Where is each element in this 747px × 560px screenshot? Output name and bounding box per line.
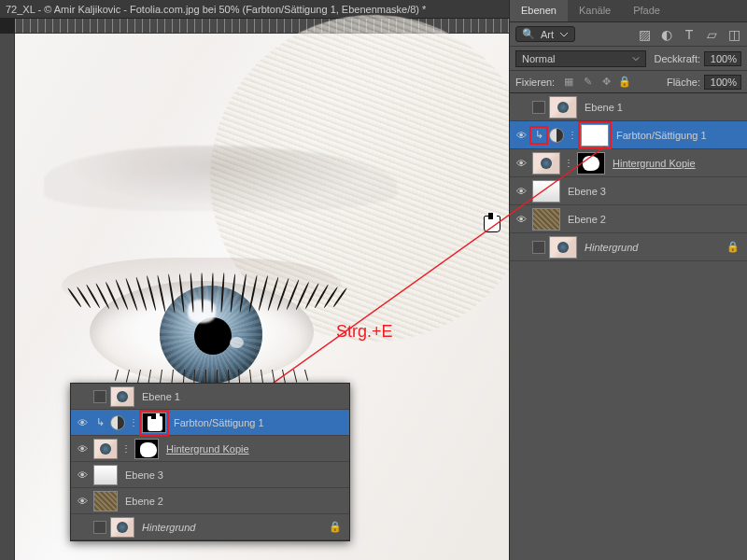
filter-shape-icon[interactable]: ▱	[704, 27, 719, 42]
visibility-toggle[interactable]: 👁	[514, 128, 529, 143]
layer-checkbox[interactable]	[532, 101, 545, 114]
opacity-input[interactable]: 100%	[704, 51, 741, 66]
layer-mask-thumbnail[interactable]	[134, 439, 159, 459]
cursor-icon	[484, 216, 500, 232]
layer-name[interactable]: Ebene 3	[121, 469, 345, 481]
layer-row[interactable]: 👁 ⋮ Hintergrund Kopie	[510, 149, 747, 177]
layer-thumbnail[interactable]	[532, 208, 560, 231]
adjustment-icon	[549, 128, 564, 143]
layer-mask-thumbnail[interactable]	[577, 152, 605, 175]
layer-name[interactable]: Hintergrund	[138, 522, 325, 533]
visibility-toggle[interactable]: 👁	[514, 156, 529, 171]
filter-pixel-icon[interactable]: ▨	[637, 27, 652, 42]
lock-icon: 🔒	[329, 521, 342, 533]
layer-name[interactable]: Ebene 2	[121, 496, 345, 507]
layer-name[interactable]: Hintergrund Kopie	[162, 443, 345, 455]
layer-name[interactable]: Hintergrund Kopie	[609, 158, 743, 169]
tab-layers[interactable]: Ebenen	[510, 0, 568, 21]
layer-name[interactable]: Hintergrund	[581, 242, 723, 253]
layer-row[interactable]: 👁 Ebene 2	[510, 205, 747, 233]
layer-name[interactable]: Farbton/Sättigung 1	[170, 417, 345, 428]
layer-mask-thumbnail[interactable]	[142, 413, 166, 433]
lock-all-icon[interactable]: 🔒	[618, 76, 631, 89]
filter-kind-select[interactable]: 🔍 Art	[515, 26, 575, 42]
filter-adjustment-icon[interactable]: ◐	[659, 27, 674, 42]
visibility-toggle[interactable]: 👁	[514, 212, 529, 227]
visibility-toggle[interactable]: 👁	[75, 468, 90, 483]
lock-icon: 🔒	[726, 241, 740, 253]
layer-name[interactable]: Ebene 1	[581, 102, 743, 113]
layer-mask-thumbnail[interactable]	[581, 124, 609, 147]
layer-row[interactable]: 👁 ⋮ Hintergrund Kopie	[71, 436, 349, 462]
layer-thumbnail[interactable]	[93, 491, 118, 511]
cursor-icon	[147, 415, 163, 432]
layer-row[interactable]: 👁 Ebene 3	[71, 462, 349, 488]
tab-paths[interactable]: Pfade	[622, 0, 671, 21]
layer-name[interactable]: Ebene 1	[138, 391, 345, 402]
visibility-toggle[interactable]	[514, 240, 529, 255]
layer-row[interactable]: 👁 Ebene 3	[510, 177, 747, 205]
filter-type-icon[interactable]: T	[682, 27, 697, 42]
layer-name[interactable]: Farbton/Sättigung 1	[613, 130, 743, 141]
visibility-toggle[interactable]: 👁	[514, 184, 529, 199]
clip-indicator[interactable]: ↳	[532, 129, 545, 142]
layer-checkbox[interactable]	[532, 241, 545, 254]
chevron-down-icon	[559, 30, 569, 39]
ruler-vertical[interactable]	[0, 34, 15, 560]
layer-checkbox[interactable]	[93, 521, 106, 534]
visibility-toggle[interactable]: 👁	[75, 415, 90, 430]
layer-thumbnail[interactable]	[110, 517, 134, 538]
blend-row: Normal Deckkraft: 100%	[510, 47, 747, 71]
blend-mode-select[interactable]: Normal	[515, 50, 646, 67]
layer-thumbnail[interactable]	[549, 236, 577, 259]
blend-mode-value: Normal	[522, 53, 555, 64]
layer-thumbnail[interactable]	[93, 439, 118, 459]
mask-link-icon[interactable]: ⋮	[568, 130, 577, 140]
layer-thumbnail[interactable]	[532, 180, 560, 203]
adjustment-icon	[110, 415, 125, 430]
opacity-label: Deckkraft:	[654, 53, 700, 64]
clip-indicator[interactable]: ↳	[93, 416, 106, 429]
layer-row[interactable]: Hintergrund 🔒	[71, 514, 349, 540]
lock-transparent-icon[interactable]: ▦	[562, 76, 575, 89]
visibility-toggle[interactable]	[514, 100, 529, 115]
visibility-toggle[interactable]	[75, 389, 90, 404]
layer-filter-bar: 🔍 Art ▨ ◐ T ▱ ◫	[510, 22, 747, 47]
layer-row[interactable]: 👁 ↳ ⋮ Farbton/Sättigung 1	[510, 121, 747, 149]
mask-link-icon[interactable]: ⋮	[129, 417, 138, 427]
chevron-down-icon	[632, 55, 640, 63]
layer-row[interactable]: Ebene 1	[71, 384, 349, 410]
panel-tabs: Ebenen Kanäle Pfade	[510, 0, 747, 22]
layers-panel: Ebenen Kanäle Pfade 🔍 Art ▨ ◐ T ▱ ◫ Norm…	[509, 0, 747, 560]
mask-link-icon[interactable]: ⋮	[564, 158, 573, 168]
overlay-layers-panel: Ebene 1 👁 ↳ ⋮ Farbton/Sättigung 1 👁 ⋮ Hi…	[70, 383, 350, 541]
fill-input[interactable]: 100%	[704, 75, 741, 90]
layer-name[interactable]: Ebene 2	[564, 214, 743, 225]
visibility-toggle[interactable]	[75, 520, 90, 535]
annotation-text: Strg.+E	[336, 322, 393, 342]
layer-row[interactable]: Ebene 1	[510, 93, 747, 121]
lock-row: Fixieren: ▦ ✎ ✥ 🔒 Fläche: 100%	[510, 71, 747, 93]
fill-label: Fläche:	[667, 77, 700, 88]
layer-row[interactable]: 👁 Ebene 2	[71, 488, 349, 514]
layer-row[interactable]: 👁 ↳ ⋮ Farbton/Sättigung 1	[71, 410, 349, 436]
lock-label: Fixieren:	[515, 77, 555, 88]
layer-row[interactable]: Hintergrund 🔒	[510, 233, 747, 261]
filter-kind-label: Art	[541, 29, 554, 40]
layer-thumbnail[interactable]	[549, 96, 577, 119]
layer-checkbox[interactable]	[93, 390, 106, 403]
visibility-toggle[interactable]: 👁	[75, 494, 90, 509]
search-icon: 🔍	[522, 28, 535, 40]
layer-name[interactable]: Ebene 3	[564, 186, 743, 197]
lock-pixels-icon[interactable]: ✎	[581, 76, 594, 89]
lock-position-icon[interactable]: ✥	[599, 76, 613, 89]
filter-smartobject-icon[interactable]: ◫	[726, 27, 741, 42]
layer-thumbnail[interactable]	[532, 152, 560, 175]
layer-thumbnail[interactable]	[110, 386, 134, 407]
tab-channels[interactable]: Kanäle	[568, 0, 622, 21]
visibility-toggle[interactable]: 👁	[75, 441, 90, 456]
mask-link-icon[interactable]: ⋮	[121, 443, 131, 454]
layer-thumbnail[interactable]	[93, 465, 118, 485]
